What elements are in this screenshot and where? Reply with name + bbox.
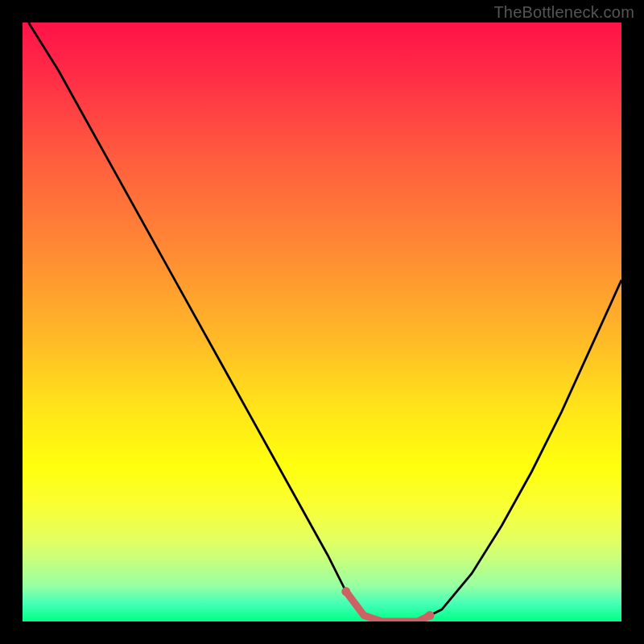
chart-frame: TheBottleneck.com	[0, 0, 644, 644]
plot-area	[23, 23, 621, 621]
curve-layer	[23, 23, 621, 621]
watermark-text: TheBottleneck.com	[493, 3, 634, 22]
highlight-end-dot	[425, 611, 434, 620]
highlight-start-dot	[341, 587, 350, 596]
bottleneck-curve	[28, 23, 621, 621]
optimal-range-highlight	[346, 592, 430, 621]
